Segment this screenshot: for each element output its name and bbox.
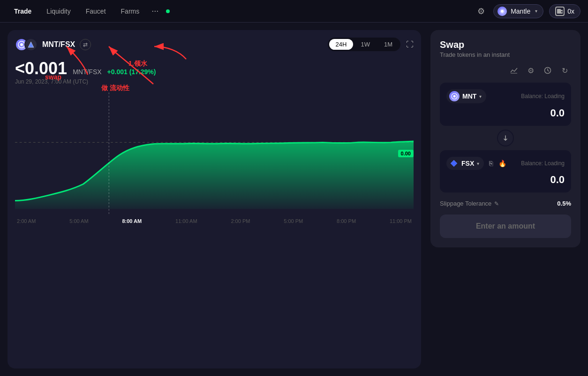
navbar: Trade Liquidity Faucet Farms ··· ⚙ Mantl… [0, 0, 588, 23]
svg-point-1 [501, 10, 504, 13]
from-balance: Balance: Loading [521, 93, 565, 100]
swap-subtitle: Trade tokens in an instant [440, 51, 571, 58]
price-change: +0.001 (17.29%) [107, 68, 156, 76]
price-display: <0.001 MNT/FSX +0.001 (17.29%) Jun 29, 2… [15, 59, 414, 85]
nav-more[interactable]: ··· [148, 6, 162, 16]
fire-icon[interactable]: 🔥 [498, 159, 506, 168]
slippage-label: Slippage Tolerance ✎ [440, 200, 499, 207]
svg-rect-3 [557, 9, 561, 11]
to-token-chevron: ▾ [477, 161, 479, 166]
x-label-6: 8:00 PM [337, 218, 356, 224]
to-token-selector[interactable]: FSX ▾ [446, 157, 484, 170]
chart-panel: swap 做 流动性 1.领水 [8, 30, 421, 368]
swap-title: Swap [440, 39, 571, 50]
x-label-2: 8:00 AM [122, 218, 142, 224]
x-label-1: 5:00 AM [69, 218, 88, 224]
swap-toolbar: ⚙ ↻ [440, 64, 571, 77]
nav-links: Trade Liquidity Faucet Farms ··· [8, 5, 475, 18]
time-selector: 24H 1W 1M [328, 38, 400, 51]
x-label-7: 11:00 PM [390, 218, 412, 224]
swap-panel: Swap Trade tokens in an instant ⚙ ↻ MNT [430, 30, 580, 247]
nav-trade[interactable]: Trade [8, 5, 38, 18]
nav-liquidity[interactable]: Liquidity [40, 5, 77, 18]
svg-point-14 [453, 95, 456, 98]
nav-faucet[interactable]: Faucet [79, 5, 113, 18]
to-token-name: FSX [461, 160, 474, 167]
status-dot [166, 9, 170, 13]
wallet-button[interactable]: 0x [549, 4, 580, 18]
to-token-section: FSX ▾ ⎘ 🔥 Balance: Loading 0.0 [440, 150, 571, 192]
expand-icon[interactable]: ⛶ [406, 40, 414, 49]
main-content: swap 做 流动性 1.领水 [0, 23, 588, 376]
swap-direction-button[interactable] [497, 130, 514, 146]
x-label-5: 5:00 PM [284, 218, 303, 224]
chart-toggle-icon[interactable] [507, 64, 520, 77]
svg-point-7 [20, 43, 23, 46]
svg-marker-8 [28, 42, 34, 47]
fsx-diamond-icon [449, 159, 459, 168]
from-token-name: MNT [462, 92, 476, 100]
time-1m[interactable]: 1M [377, 39, 399, 50]
to-amount: 0.0 [446, 174, 565, 186]
svg-point-4 [561, 11, 563, 12]
network-name: Mantle [511, 8, 530, 15]
time-24h[interactable]: 24H [329, 39, 354, 50]
mnt-icon [449, 91, 460, 101]
settings-icon[interactable]: ⚙ [524, 64, 537, 77]
chevron-down-icon: ▾ [535, 8, 537, 14]
network-logo [498, 7, 507, 16]
from-token-chevron: ▾ [479, 94, 482, 99]
svg-marker-15 [451, 160, 457, 167]
token-logos [15, 38, 38, 51]
to-token-selector-group: FSX ▾ ⎘ 🔥 [446, 157, 506, 170]
x-label-0: 2:00 AM [17, 218, 36, 224]
chart-x-labels: 2:00 AM 5:00 AM 8:00 AM 11:00 AM 2:00 PM… [15, 218, 414, 224]
history-icon[interactable] [541, 64, 554, 77]
refresh-icon[interactable]: ↻ [558, 64, 571, 77]
time-1w[interactable]: 1W [354, 39, 377, 50]
price-value: <0.001 [15, 59, 67, 78]
nav-right: ⚙ Mantle ▾ 0x [475, 4, 580, 18]
annotation-liquidity: 做 流动性 [101, 84, 129, 92]
price-date: Jun 29, 2023, 7:00 AM (UTC) [15, 78, 414, 85]
to-balance: Balance: Loading [521, 160, 565, 167]
pair-info: MNT/FSX ⇄ [15, 38, 91, 51]
network-selector[interactable]: Mantle ▾ [493, 4, 543, 18]
price-chart-svg [15, 92, 414, 215]
nav-farms[interactable]: Farms [114, 5, 146, 18]
from-token-selector[interactable]: MNT ▾ [446, 89, 486, 103]
pair-swap-icon[interactable]: ⇄ [80, 39, 91, 50]
enter-amount-button[interactable]: Enter an amount [440, 215, 571, 238]
from-token-section: MNT ▾ Balance: Loading 0.0 [440, 83, 571, 126]
x-label-3: 11:00 AM [175, 218, 197, 224]
settings-icon[interactable]: ⚙ [475, 5, 488, 18]
chart-area: 0.00 [15, 92, 414, 215]
wallet-icon [555, 7, 565, 16]
price-pair-label: MNT/FSX [73, 68, 101, 76]
wallet-address: 0x [567, 8, 574, 15]
copy-icon[interactable]: ⎘ [487, 159, 495, 168]
chart-current-value-badge: 0.00 [398, 150, 414, 157]
slippage-edit-icon[interactable]: ✎ [494, 200, 499, 207]
slippage-row: Slippage Tolerance ✎ 0.5% [440, 198, 571, 209]
pair-name: MNT/FSX [42, 40, 75, 49]
chart-header: MNT/FSX ⇄ 24H 1W 1M ⛶ [15, 38, 414, 51]
x-label-4: 2:00 PM [231, 218, 250, 224]
slippage-value: 0.5% [557, 200, 571, 207]
fsx-logo [24, 38, 38, 51]
from-amount[interactable]: 0.0 [446, 107, 565, 119]
